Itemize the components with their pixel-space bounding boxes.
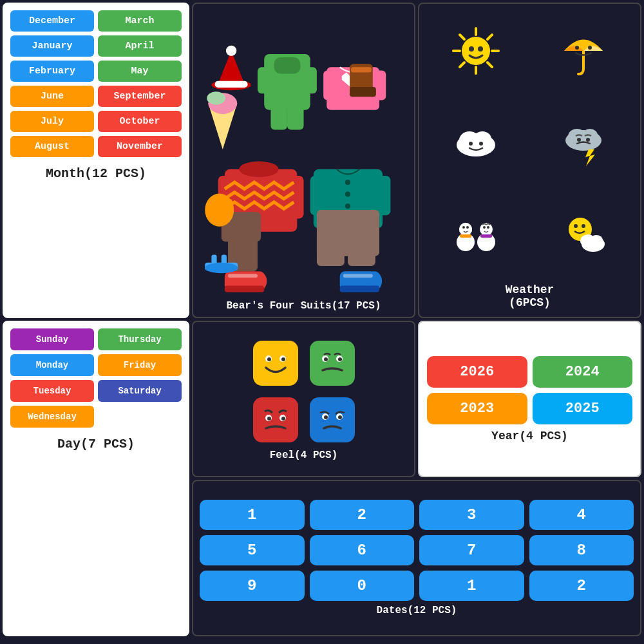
month-btn[interactable]: September [98,86,182,107]
day-btn[interactable]: Sunday [10,328,94,350]
day-btn[interactable]: Wednesday [10,406,94,428]
month-btn[interactable]: July [10,111,94,132]
year-btn[interactable]: 2023 [427,393,527,424]
weather-label: Weather (6PCS) [506,283,554,309]
svg-point-61 [478,46,483,52]
svg-point-97 [281,357,285,361]
feel-face [307,337,358,389]
month-btn[interactable]: March [98,10,182,32]
month-btn[interactable]: April [98,35,182,57]
weather-panel: Weather (6PCS) [418,3,641,318]
svg-point-19 [207,91,225,104]
date-btn[interactable]: 6 [310,535,415,565]
svg-rect-6 [300,67,317,93]
date-btn[interactable]: 1 [419,571,524,601]
svg-line-56 [460,35,464,39]
right-top: Bear's Four Suits(17 PCS) [192,3,641,318]
svg-line-57 [488,62,492,67]
svg-rect-26 [241,212,261,242]
date-btn[interactable]: 8 [529,535,634,565]
svg-rect-3 [215,80,248,87]
svg-rect-103 [253,397,298,442]
feel-face [307,394,358,446]
svg-rect-41 [225,285,264,292]
day-grid: SundayThursdayMondayFridayTuesdaySaturda… [10,328,182,428]
month-btn[interactable]: December [10,10,94,32]
svg-rect-34 [317,229,345,265]
date-btn[interactable]: 5 [200,535,305,565]
svg-rect-35 [348,229,375,265]
date-btn[interactable]: 1 [200,500,305,530]
year-btn[interactable]: 2025 [533,393,633,424]
svg-line-58 [488,35,492,39]
year-grid: 2026202420232025 [427,356,632,424]
month-btn[interactable]: June [10,86,94,107]
date-btn[interactable]: 2 [529,571,634,601]
svg-rect-8 [287,100,304,129]
svg-point-84 [483,226,486,229]
svg-rect-16 [351,67,372,72]
right-bottom: Feel(4 PCS) 2026202420232025 Year(4 PCS)… [192,321,641,636]
svg-rect-45 [340,285,379,292]
svg-rect-9 [274,57,301,74]
day-btn[interactable]: Friday [98,354,182,376]
feel-panel: Feel(4 PCS) [192,321,415,477]
bear-panel: Bear's Four Suits(17 PCS) [192,3,415,318]
day-btn[interactable]: Thursday [98,328,182,350]
month-btn[interactable]: February [10,61,94,82]
svg-point-111 [324,415,328,419]
svg-point-89 [582,224,585,228]
svg-point-73 [577,138,581,142]
svg-point-50 [205,262,238,272]
svg-point-96 [267,357,271,361]
svg-rect-37 [214,195,225,208]
svg-rect-86 [480,234,492,238]
svg-point-68 [469,142,473,146]
date-btn[interactable]: 0 [310,571,415,601]
year-panel: 2026202420232025 Year(4 PCS) [418,321,641,477]
day-btn[interactable]: Saturday [98,380,182,402]
date-btn[interactable]: 2 [310,500,415,530]
dates-panel: 123456789012 Dates(12 PCS) [192,480,641,636]
svg-point-101 [324,357,328,361]
date-btn[interactable]: 4 [529,500,634,530]
month-btn[interactable]: May [98,61,182,82]
month-btn[interactable]: November [98,136,182,157]
svg-rect-5 [258,67,274,93]
sun-icon [450,25,502,83]
day-btn[interactable]: Tuesday [10,380,94,402]
svg-rect-81 [460,234,471,238]
bear-suits-label: Bear's Four Suits(17 PCS) [226,300,381,312]
dates-grid: 123456789012 [200,500,634,601]
month-btn[interactable]: October [98,111,182,132]
umbrella-icon [558,25,609,83]
partly-cloudy-icon [558,207,609,265]
date-btn[interactable]: 7 [419,535,524,565]
feel-face [250,337,301,389]
day-btn[interactable]: Monday [10,354,94,376]
svg-point-78 [459,223,472,236]
date-btn[interactable]: 3 [419,500,524,530]
svg-rect-22 [287,175,304,218]
date-btn[interactable]: 9 [200,571,305,601]
svg-line-59 [460,62,464,67]
month-btn[interactable]: January [10,35,94,57]
svg-point-60 [469,46,474,52]
svg-point-79 [462,226,465,229]
month-grid: DecemberMarchJanuaryAprilFebruaryMayJune… [10,10,182,157]
svg-point-32 [345,203,350,208]
year-btn[interactable]: 2024 [533,356,633,388]
year-btn[interactable]: 2026 [427,356,527,388]
feel-grid [250,337,358,446]
svg-rect-46 [343,274,373,278]
svg-point-31 [345,191,350,196]
svg-rect-108 [310,397,355,442]
cloud-storm-icon [558,116,609,174]
month-btn[interactable]: August [10,136,94,157]
day-panel: SundayThursdayMondayFridayTuesdaySaturda… [3,321,189,636]
main-layout: DecemberMarchJanuaryAprilFebruaryMayJune… [0,0,644,644]
svg-point-51 [462,37,490,65]
svg-rect-29 [376,175,390,214]
svg-point-23 [239,161,278,177]
feel-label: Feel(4 PCS) [270,450,338,461]
